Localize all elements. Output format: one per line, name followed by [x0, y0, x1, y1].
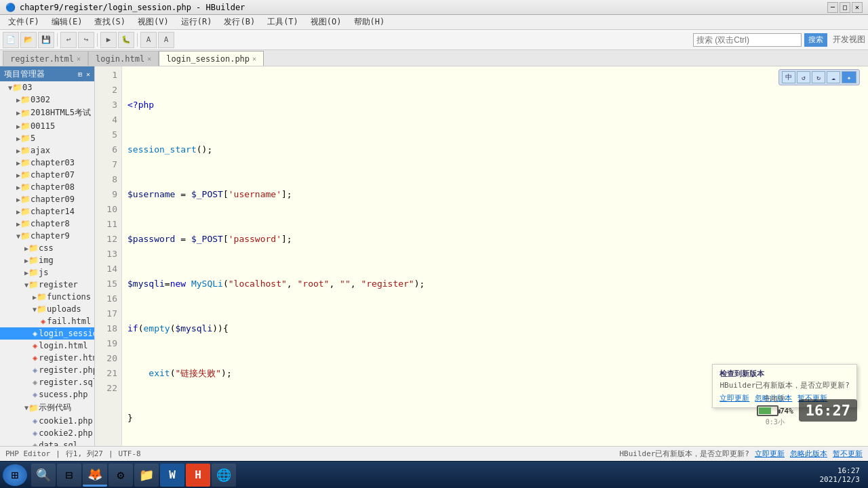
titlebar-controls[interactable]: ─ □ ✕	[827, 2, 863, 13]
status-update-text: HBuilder已有新版本，是否立即更新?	[619, 449, 749, 459]
minimize-button[interactable]: ─	[827, 2, 838, 13]
taskbar: ⊞ 🔍 ⊟ 🦊 ⚙ 📁 W H 🌐 16:27 2021/12/3	[0, 461, 868, 488]
menu-file[interactable]: 文件(F)	[3, 15, 45, 29]
taskbar-item-settings[interactable]: ⚙	[108, 464, 133, 487]
code-line-8: }	[127, 411, 863, 426]
close-button[interactable]: ✕	[852, 2, 863, 13]
status-sep2: |	[108, 449, 113, 458]
tree-item-0302[interactable]: ▶ 📁 0302	[0, 94, 94, 106]
tree-item-chapter09[interactable]: ▶ 📁 chapter09	[0, 193, 94, 205]
menu-find[interactable]: 查找(S)	[89, 15, 131, 29]
toolbar-format[interactable]: A	[140, 32, 157, 48]
taskbar-item-browser[interactable]: 🦊	[83, 464, 107, 487]
tree-item-00115[interactable]: ▶ 📁 00115	[0, 120, 94, 132]
tree-item-chapter8[interactable]: ▶ 📁 chapter8	[0, 218, 94, 230]
menu-view[interactable]: 视图(V)	[132, 15, 174, 29]
html-file-icon: ◈	[41, 317, 45, 326]
toolbar-open[interactable]: 📂	[20, 32, 37, 48]
maximize-button[interactable]: □	[840, 2, 850, 13]
tree-item-img[interactable]: ▶ 📁 img	[0, 254, 94, 266]
taskbar-item-hbuilder[interactable]: H	[186, 464, 210, 487]
tree-item-ajax[interactable]: ▶ 📁 ajax	[0, 144, 94, 157]
tree-item-functions[interactable]: ▶ 📁 functions	[0, 291, 94, 303]
tree-item-register-html[interactable]: ◈ register.html	[0, 352, 94, 364]
taskbar-item-explorer[interactable]: 📁	[134, 464, 159, 487]
tree-item-chapter9[interactable]: ▼ 📁 chapter9	[0, 230, 94, 242]
tree-item-uploads[interactable]: ▼ 📁 uploads	[0, 303, 94, 315]
clock-time: 16:27	[819, 466, 860, 475]
tree-item-login-session-php[interactable]: ◈ login_session.php	[0, 327, 94, 340]
toolbar-format2[interactable]: A	[158, 32, 174, 48]
search-input[interactable]	[693, 33, 802, 47]
menubar: 文件(F) 编辑(E) 查找(S) 视图(V) 运行(R) 发行(B) 工具(T…	[0, 15, 868, 30]
status-update-now[interactable]: 立即更新	[755, 449, 785, 459]
menu-tools[interactable]: 工具(T)	[262, 15, 304, 29]
folder-icon: 📁	[20, 121, 31, 131]
php-file-icon: ◈	[33, 365, 37, 375]
tree-item-register-sql[interactable]: ◈ register.sql	[0, 376, 94, 388]
menu-run[interactable]: 运行(R)	[176, 15, 218, 29]
tree-label: data.sql	[39, 441, 78, 446]
floating-btn-zh[interactable]: 中	[782, 71, 795, 83]
folder-icon: 📁	[20, 219, 31, 228]
tree-label: chapter08	[31, 182, 75, 192]
tree-item-cookie1[interactable]: ◈ cookie1.php	[0, 415, 94, 427]
tab-label: login.html	[96, 54, 144, 64]
tab-close-icon[interactable]: ✕	[77, 55, 81, 62]
tree-item-chapter07[interactable]: ▶ 📁 chapter07	[0, 169, 94, 181]
status-ignore[interactable]: 忽略此版本	[790, 449, 827, 459]
menu-view2[interactable]: 视图(O)	[305, 15, 347, 29]
floating-btn-star[interactable]: ✦	[842, 71, 856, 83]
tree-item-chapter14[interactable]: ▶ 📁 chapter14	[0, 205, 94, 218]
start-button[interactable]: ⊞	[3, 464, 27, 486]
tree-item-register-php[interactable]: ◈ register.php	[0, 364, 94, 376]
toolbar-run[interactable]: ▶	[100, 32, 117, 48]
tab-close-icon[interactable]: ✕	[147, 55, 151, 62]
tree-item-css[interactable]: ▶ 📁 css	[0, 242, 94, 254]
tab-login-html[interactable]: login.html ✕	[88, 51, 159, 66]
toolbar-new[interactable]: 📄	[3, 32, 19, 48]
tree-item-js[interactable]: ▶ 📁 js	[0, 266, 94, 279]
tree-item-login-html[interactable]: ◈ login.html	[0, 340, 94, 352]
taskbar-item-search[interactable]: 🔍	[31, 464, 56, 487]
taskbar-item-ie[interactable]: 🌐	[212, 464, 236, 487]
status-later[interactable]: 暂不更新	[833, 449, 863, 459]
tree-item-html5[interactable]: ▶ 📁 2018HTML5考试	[0, 106, 94, 120]
search-button[interactable]: 搜索	[804, 33, 827, 47]
clock-date: 2021/12/3	[819, 475, 860, 484]
toolbar-redo[interactable]: ↪	[78, 32, 94, 48]
tree-item-fail-html[interactable]: ◈ fail.html	[0, 315, 94, 327]
tab-login-session-php[interactable]: login_session.php ✕	[159, 51, 264, 66]
taskbar-item-word[interactable]: W	[160, 464, 184, 487]
encoding: UTF-8	[119, 449, 141, 458]
tree-item-chapter08[interactable]: ▶ 📁 chapter08	[0, 181, 94, 193]
toolbar-save[interactable]: 💾	[38, 32, 54, 48]
tree-item-examples[interactable]: ▼ 📁 示例代码	[0, 401, 94, 415]
floating-btn-arrow3[interactable]: ☁	[827, 71, 840, 83]
search-box: 搜索 开发视图	[693, 33, 865, 47]
menu-edit[interactable]: 编辑(E)	[46, 15, 88, 29]
tab-register-html[interactable]: register.html ✕	[3, 51, 88, 66]
tree-item-chapter03[interactable]: ▶ 📁 chapter03	[0, 157, 94, 169]
editor-area[interactable]: 12345 678910 1112131415 1617181920 2122 …	[95, 66, 868, 446]
folder-icon: 📁	[28, 243, 39, 253]
tab-label: login_session.php	[166, 54, 250, 64]
tab-close-icon[interactable]: ✕	[252, 55, 256, 62]
tree-item-sucess-php[interactable]: ◈ sucess.php	[0, 388, 94, 401]
menu-help[interactable]: 帮助(H)	[349, 15, 391, 29]
tree-item-data-sql[interactable]: ◈ data.sql	[0, 439, 94, 446]
tree-item-03[interactable]: ▼ 📁 03	[0, 81, 94, 94]
titlebar-left: 🔵 chapter9/register/login_session.php - …	[5, 3, 245, 12]
floating-btn-arrow1[interactable]: ↺	[797, 71, 810, 83]
system-status: 充电中 74% 0:3小 16:27	[757, 394, 857, 427]
toolbar-undo[interactable]: ↩	[60, 32, 77, 48]
sidebar-header: 项目管理器 ⊞ ✕	[0, 66, 94, 81]
floating-btn-arrow2[interactable]: ↻	[812, 71, 825, 83]
update-now-link[interactable]: 立即更新	[719, 393, 749, 403]
toolbar-debug[interactable]: 🐛	[118, 32, 134, 48]
menu-publish[interactable]: 发行(B)	[218, 15, 260, 29]
tree-item-register[interactable]: ▼ 📁 register	[0, 279, 94, 291]
taskbar-item-taskview[interactable]: ⊟	[57, 464, 81, 487]
tree-item-5[interactable]: ▶ 📁 5	[0, 132, 94, 144]
tree-item-cookie2[interactable]: ◈ cookie2.php	[0, 427, 94, 439]
